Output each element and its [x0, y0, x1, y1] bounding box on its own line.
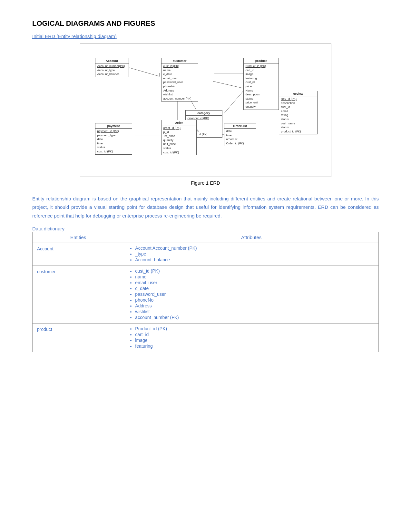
entity-customer-title: customer — [161, 58, 198, 63]
body-paragraph: Entity relationship diagram is based on … — [32, 195, 379, 220]
entity-review: Review Rev_id (PK) description cust_id e… — [279, 91, 318, 134]
entity-order-title: Order — [161, 120, 196, 125]
entity-orderlist-title: OrderList — [224, 123, 256, 129]
attribute-item: password_user — [135, 292, 374, 297]
attribute-item: name — [135, 274, 374, 279]
attribute-item: c_date — [135, 286, 374, 291]
attributes-cell: Account Account_number (PK)_typeAccount_… — [124, 243, 379, 266]
data-dictionary-link[interactable]: Data dictionary — [32, 226, 64, 231]
col-header-attributes: Attributes — [124, 232, 379, 243]
attribute-item: phoneNo — [135, 297, 374, 303]
entity-cell: Account — [33, 243, 124, 266]
attribute-item: email_user — [135, 280, 374, 285]
svg-line-0 — [126, 67, 160, 76]
attribute-item: Address — [135, 303, 374, 308]
entity-account-fields: Account_number(PK) Account_type Account_… — [95, 63, 129, 77]
erd-link[interactable]: Initial ERD (Entity relationship diagram… — [32, 34, 117, 39]
attribute-item: cust_id (PK) — [135, 268, 374, 274]
table-row: customercust_id (PK)nameemail_userc_date… — [33, 266, 379, 323]
entity-review-fields: Rev_id (PK) description cust_id email ra… — [279, 96, 317, 134]
entity-cell: customer — [33, 266, 124, 323]
table-row: productProduct_id (PK)cart_idimagefeatur… — [33, 323, 379, 352]
erd-diagram: Account Account_number(PK) Account_type … — [80, 44, 331, 177]
entity-order: Order order_id (PK) p_id Tot_price quant… — [161, 120, 197, 155]
attribute-item: _type — [135, 251, 374, 256]
entity-account: Account Account_number(PK) Account_type … — [95, 58, 129, 77]
entity-cell: product — [33, 323, 124, 352]
attribute-item: cart_id — [135, 332, 374, 337]
entity-category-title: category — [186, 111, 222, 116]
erd-inner: Account Account_number(PK) Account_type … — [85, 49, 326, 171]
figure-caption: Figure 1 ERD — [32, 180, 379, 186]
col-header-entities: Entities — [33, 232, 124, 243]
attributes-cell: Product_id (PK)cart_idimagefeaturing — [124, 323, 379, 352]
entity-orderlist-fields: date time orderList Order_id (FK) — [224, 129, 256, 146]
attributes-cell: cust_id (PK)nameemail_userc_datepassword… — [124, 266, 379, 323]
entity-payment-fields: payment_id (PK) payment_type date time s… — [95, 129, 132, 154]
attribute-item: Account Account_number (PK) — [135, 246, 374, 251]
table-row: AccountAccount Account_number (PK)_typeA… — [33, 243, 379, 266]
entity-product-fields: Product_id (PK) cart_id image featuring … — [244, 63, 279, 110]
attribute-item: Product_id (PK) — [135, 326, 374, 331]
entity-account-title: Account — [95, 58, 129, 63]
entity-customer-fields: cust_id (PK) name c_date email_user pass… — [161, 63, 198, 101]
entity-product: product Product_id (PK) cart_id image fe… — [243, 58, 279, 110]
data-dictionary-table: Entities Attributes AccountAccount Accou… — [32, 232, 379, 352]
entity-product-title: product — [244, 58, 279, 63]
page-title: LOGICAL DIAGRAMS AND FIGURES — [32, 19, 379, 28]
entity-payment: payment payment_id (PK) payment_type dat… — [95, 123, 132, 155]
svg-line-4 — [224, 91, 243, 113]
entity-payment-title: payment — [95, 123, 132, 129]
attribute-item: Account_balance — [135, 257, 374, 262]
entity-orderlist: OrderList date time orderList Order_id (… — [224, 123, 256, 146]
attribute-item: image — [135, 338, 374, 343]
entity-customer: customer cust_id (PK) name c_date email_… — [161, 58, 198, 102]
attribute-item: featuring — [135, 343, 374, 349]
entity-review-title: Review — [279, 91, 317, 96]
attribute-item: account_number (FK) — [135, 315, 374, 320]
attribute-item: wishlist — [135, 309, 374, 314]
entity-order-fields: order_id (PK) p_id Tot_price quantity un… — [161, 125, 196, 155]
